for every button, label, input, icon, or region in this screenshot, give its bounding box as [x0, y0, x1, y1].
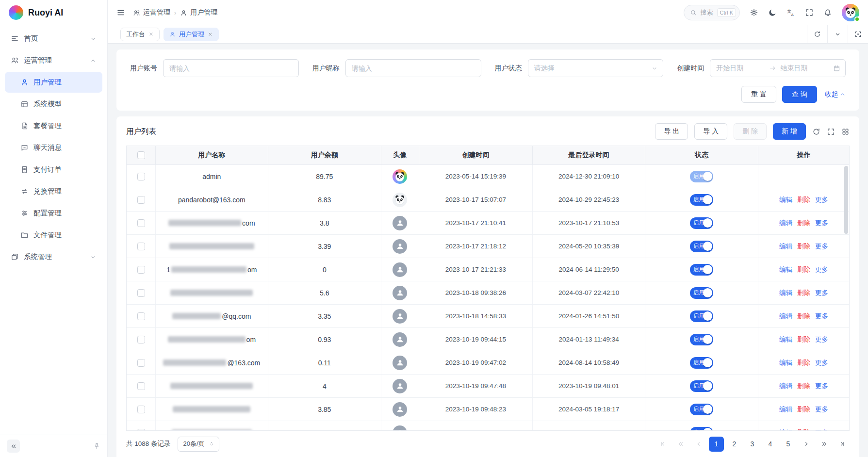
select-all-checkbox[interactable] — [137, 151, 145, 159]
row-checkbox[interactable] — [137, 336, 145, 343]
first-page-button[interactable] — [655, 437, 670, 452]
delete-link[interactable]: 删除 — [797, 405, 810, 414]
scrollbar-thumb[interactable] — [844, 166, 848, 234]
breadcrumb-item[interactable]: 用户管理 — [180, 8, 217, 17]
edit-link[interactable]: 编辑 — [779, 405, 792, 414]
more-link[interactable]: 更多 — [815, 335, 828, 344]
sidebar-item-package-management[interactable]: 套餐管理 — [5, 115, 102, 136]
more-link[interactable]: 更多 — [815, 359, 828, 367]
reset-button[interactable]: 重 置 — [741, 86, 776, 103]
delete-button[interactable]: 删 除 — [734, 123, 767, 140]
more-link[interactable]: 更多 — [815, 428, 828, 431]
tab-user-management[interactable]: 用户管理 — [164, 28, 219, 41]
status-toggle[interactable]: 启用 — [690, 380, 713, 392]
row-checkbox[interactable] — [137, 196, 145, 204]
sidebar-item-home[interactable]: 首页 — [5, 28, 102, 49]
more-link[interactable]: 更多 — [815, 382, 828, 391]
status-toggle[interactable]: 启用 — [690, 241, 713, 252]
row-checkbox[interactable] — [137, 312, 145, 320]
close-tab-icon[interactable] — [148, 32, 154, 37]
edit-link[interactable]: 编辑 — [779, 312, 792, 321]
edit-link[interactable]: 编辑 — [779, 242, 792, 251]
row-checkbox[interactable] — [137, 289, 145, 297]
search-button[interactable]: 查 询 — [782, 86, 817, 103]
settings-gear-icon[interactable] — [750, 8, 758, 17]
row-checkbox[interactable] — [137, 266, 145, 274]
edit-link[interactable]: 编辑 — [779, 335, 792, 344]
more-link[interactable]: 更多 — [815, 196, 828, 204]
collapse-filter-link[interactable]: 收起 — [825, 90, 846, 99]
status-toggle[interactable]: 启用 — [690, 427, 713, 431]
page-button-2[interactable]: 2 — [727, 437, 742, 452]
row-checkbox[interactable] — [137, 359, 145, 367]
status-toggle[interactable]: 启用 — [690, 334, 713, 345]
edit-link[interactable]: 编辑 — [779, 265, 792, 274]
created-date-range[interactable]: 开始日期 结束日期 — [710, 59, 846, 77]
delete-link[interactable]: 删除 — [797, 289, 810, 297]
last-page-button[interactable] — [835, 437, 850, 452]
more-link[interactable]: 更多 — [815, 242, 828, 251]
more-link[interactable]: 更多 — [815, 265, 828, 274]
more-link[interactable]: 更多 — [815, 219, 828, 228]
page-button-3[interactable]: 3 — [745, 437, 760, 452]
export-button[interactable]: 导 出 — [655, 123, 688, 140]
maximize-content-icon[interactable] — [848, 25, 868, 43]
table-fullscreen-icon[interactable] — [827, 128, 835, 136]
notifications-bell-icon[interactable] — [823, 8, 832, 17]
row-checkbox[interactable] — [137, 173, 145, 180]
sidebar-item-config-management[interactable]: 配置管理 — [5, 203, 102, 224]
edit-link[interactable]: 编辑 — [779, 428, 792, 431]
next-page-button[interactable] — [799, 437, 814, 452]
sidebar-item-exchange-management[interactable]: 兑换管理 — [5, 181, 102, 202]
more-link[interactable]: 更多 — [815, 405, 828, 414]
status-toggle[interactable]: 启用 — [690, 171, 713, 182]
refresh-table-icon[interactable] — [812, 128, 820, 136]
delete-link[interactable]: 删除 — [797, 335, 810, 344]
tab-workbench[interactable]: 工作台 — [120, 28, 160, 41]
row-checkbox[interactable] — [137, 243, 145, 250]
delete-link[interactable]: 删除 — [797, 382, 810, 391]
page-button-4[interactable]: 4 — [763, 437, 778, 452]
user-avatar[interactable] — [842, 4, 859, 21]
app-logo[interactable]: Ruoyi AI — [0, 0, 107, 25]
edit-link[interactable]: 编辑 — [779, 196, 792, 204]
delete-link[interactable]: 删除 — [797, 428, 810, 431]
row-checkbox[interactable] — [137, 406, 145, 413]
delete-link[interactable]: 删除 — [797, 219, 810, 228]
jump-forward-button[interactable] — [817, 437, 832, 452]
page-button-1[interactable]: 1 — [709, 437, 724, 452]
more-link[interactable]: 更多 — [815, 312, 828, 321]
nickname-input[interactable] — [345, 59, 481, 77]
vertical-scrollbar[interactable] — [844, 166, 848, 429]
page-button-5[interactable]: 5 — [781, 437, 796, 452]
add-button[interactable]: 新 增 — [773, 123, 806, 140]
row-checkbox[interactable] — [137, 382, 145, 390]
sidebar-item-chat-messages[interactable]: 聊天消息 — [5, 137, 102, 158]
page-size-select[interactable]: 20条/页 — [178, 437, 219, 452]
edit-link[interactable]: 编辑 — [779, 219, 792, 228]
pin-sidebar-icon[interactable] — [93, 442, 100, 450]
jump-back-button[interactable] — [673, 437, 688, 452]
status-toggle[interactable]: 启用 — [690, 404, 713, 415]
delete-link[interactable]: 删除 — [797, 359, 810, 367]
breadcrumb-item[interactable]: 运营管理 — [133, 8, 170, 17]
status-select[interactable]: 请选择 — [528, 59, 664, 77]
refresh-page-icon[interactable] — [807, 25, 827, 43]
menu-toggle-icon[interactable] — [116, 8, 125, 17]
global-search[interactable]: 搜索 Ctrl K — [684, 5, 740, 20]
status-toggle[interactable]: 启用 — [690, 217, 713, 229]
edit-link[interactable]: 编辑 — [779, 289, 792, 297]
delete-link[interactable]: 删除 — [797, 312, 810, 321]
sidebar-item-payment-orders[interactable]: 支付订单 — [5, 159, 102, 180]
row-checkbox[interactable] — [137, 219, 145, 227]
import-button[interactable]: 导 入 — [694, 123, 727, 140]
fullscreen-icon[interactable] — [805, 8, 814, 17]
delete-link[interactable]: 删除 — [797, 242, 810, 251]
sidebar-item-operations[interactable]: 运营管理 — [5, 50, 102, 71]
column-settings-icon[interactable] — [841, 128, 850, 136]
language-translate-icon[interactable]: 文A — [786, 8, 795, 17]
prev-page-button[interactable] — [691, 437, 706, 452]
status-toggle[interactable]: 启用 — [690, 310, 713, 322]
row-checkbox[interactable] — [137, 429, 145, 431]
tab-menu-chevron-icon[interactable] — [827, 25, 848, 43]
